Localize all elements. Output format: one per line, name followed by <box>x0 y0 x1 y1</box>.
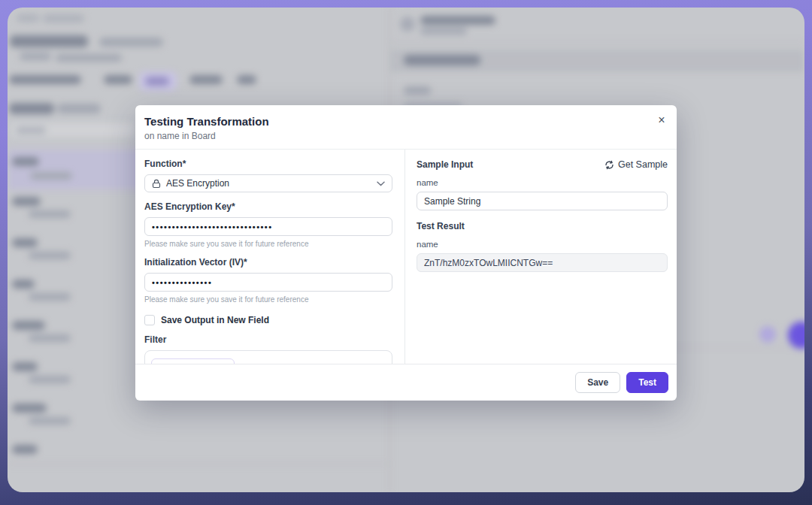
add-condition-button[interactable]: + Add condition <box>151 358 235 364</box>
save-output-label: Save Output in New Field <box>161 315 269 325</box>
save-button[interactable]: Save <box>575 372 620 393</box>
iv-label: Initialization Vector (IV)* <box>144 257 392 268</box>
save-output-row: Save Output in New Field <box>144 315 392 325</box>
function-select-value: AES Encryption <box>166 178 229 189</box>
sample-test-column: Sample Input Get Sample n <box>417 150 668 364</box>
filter-conditions-box: + Add condition <box>144 350 392 364</box>
sample-input-field[interactable] <box>417 192 668 210</box>
modal-header: Testing Transformation on name in Board … <box>135 105 677 150</box>
iv-input[interactable] <box>144 273 392 292</box>
aes-key-label: AES Encryption Key* <box>144 201 392 212</box>
modal-body: Function* AES Encryption <box>135 150 677 364</box>
aes-key-input[interactable] <box>144 217 392 236</box>
column-divider <box>404 150 405 364</box>
sample-input-header: Sample Input Get Sample <box>417 159 668 170</box>
function-label: Function* <box>144 159 392 169</box>
save-output-checkbox[interactable] <box>144 315 155 325</box>
aes-key-helper-text: Please make sure you save it for future … <box>144 240 392 248</box>
sample-field-name-label: name <box>417 178 668 187</box>
filter-label: Filter <box>144 334 392 345</box>
modal-subtitle: on name in Board <box>144 131 668 141</box>
refresh-icon <box>604 160 614 170</box>
result-field-name-label: name <box>417 240 668 249</box>
test-result-label: Test Result <box>417 221 668 231</box>
function-select[interactable]: AES Encryption <box>144 174 392 192</box>
modal-title: Testing Transformation <box>144 115 668 128</box>
get-sample-button[interactable]: Get Sample <box>604 159 668 170</box>
chevron-down-icon <box>377 181 385 186</box>
get-sample-label: Get Sample <box>618 159 668 170</box>
iv-helper-text: Please make sure you save it for future … <box>144 295 392 304</box>
testing-transformation-modal: Testing Transformation on name in Board … <box>135 105 677 401</box>
transformation-form-column: Function* AES Encryption <box>144 150 392 364</box>
window-frame: Testing Transformation on name in Board … <box>0 0 812 505</box>
test-button[interactable]: Test <box>626 372 668 393</box>
close-icon[interactable]: × <box>654 113 669 128</box>
sample-input-label: Sample Input <box>417 159 473 170</box>
test-result-value: ZnT/hzM0zxTOwLMIICNTGw== <box>417 253 668 272</box>
lock-icon <box>152 179 161 189</box>
modal-footer: Save Test <box>135 364 677 401</box>
